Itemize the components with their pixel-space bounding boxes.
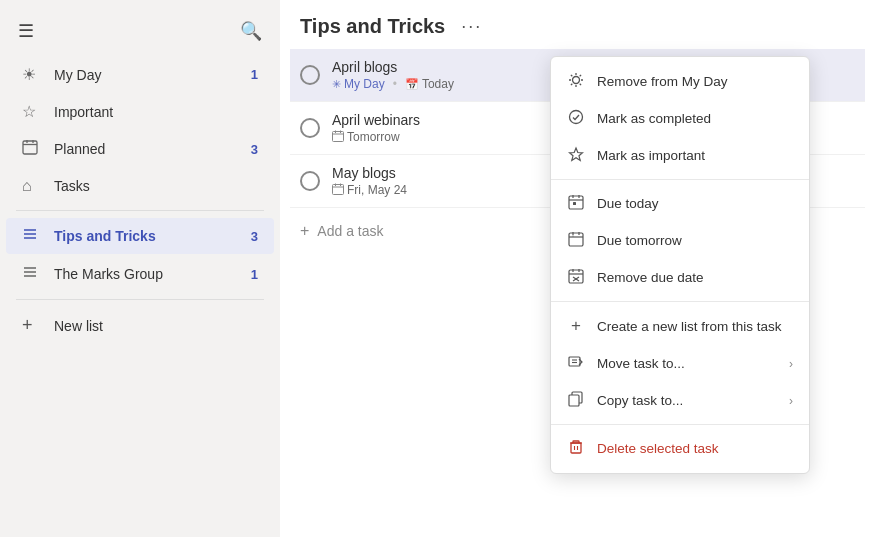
sidebar-item-the-marks-group[interactable]: The Marks Group 1 <box>6 256 274 292</box>
cal-icon <box>332 183 344 197</box>
context-menu-item-mark-completed[interactable]: Mark as completed <box>551 100 809 137</box>
context-menu-item-move-task[interactable]: Move task to... › <box>551 345 809 382</box>
context-menu-item-mark-important[interactable]: Mark as important <box>551 137 809 174</box>
sidebar-item-label: My Day <box>54 67 251 83</box>
copy-icon <box>567 391 585 410</box>
move-icon <box>567 354 585 373</box>
sidebar-item-important[interactable]: ☆ Important <box>6 94 274 129</box>
star-outline-icon <box>567 146 585 165</box>
task-meta: Fri, May 24 <box>332 183 407 197</box>
cal-icon <box>332 130 344 144</box>
context-menu-divider-3 <box>551 424 809 425</box>
sidebar-item-label: The Marks Group <box>54 266 251 282</box>
star-icon: ☆ <box>22 102 44 121</box>
context-menu-item-delete-task[interactable]: Delete selected task <box>551 430 809 467</box>
task-name: May blogs <box>332 165 407 181</box>
calendar-today-icon <box>567 194 585 213</box>
context-menu-item-copy-task[interactable]: Copy task to... › <box>551 382 809 419</box>
context-menu: Remove from My Day Mark as completed Mar… <box>550 56 810 474</box>
list-icon <box>22 226 44 246</box>
sidebar-item-badge: 3 <box>251 229 258 244</box>
context-menu-item-due-tomorrow[interactable]: Due tomorrow <box>551 222 809 259</box>
sun-asterisk-icon <box>567 72 585 91</box>
submenu-arrow-icon: › <box>789 394 793 408</box>
add-task-label: Add a task <box>317 223 383 239</box>
svg-rect-14 <box>333 185 344 195</box>
calendar-icon <box>22 139 44 159</box>
svg-rect-45 <box>569 357 580 366</box>
svg-rect-10 <box>333 132 344 142</box>
svg-line-26 <box>571 84 572 85</box>
page-title: Tips and Tricks <box>300 15 445 38</box>
list-icon-2 <box>22 264 44 284</box>
main-header: Tips and Tricks ··· <box>280 0 875 49</box>
task-date-label: Fri, May 24 <box>347 183 407 197</box>
task-checkbox[interactable] <box>300 65 320 85</box>
cal-icon: 📅 <box>405 78 419 91</box>
sidebar-item-badge: 1 <box>251 67 258 82</box>
task-date: 📅 Today <box>405 77 454 91</box>
svg-line-25 <box>580 75 581 76</box>
context-item-label: Delete selected task <box>597 441 793 456</box>
sidebar-nav: ☀ My Day 1 ☆ Important Planned 3 <box>0 56 280 345</box>
more-options-button[interactable]: ··· <box>455 14 488 39</box>
context-menu-divider-2 <box>551 301 809 302</box>
nav-divider-2 <box>16 299 264 300</box>
svg-rect-33 <box>573 202 576 205</box>
sidebar-item-tips-and-tricks[interactable]: Tips and Tricks 3 <box>6 218 274 254</box>
context-item-label: Remove from My Day <box>597 74 793 89</box>
context-item-label: Move task to... <box>597 356 777 371</box>
task-date: Fri, May 24 <box>332 183 407 197</box>
context-menu-item-remove-myday[interactable]: Remove from My Day <box>551 63 809 100</box>
task-name: April webinars <box>332 112 420 128</box>
menu-icon[interactable]: ☰ <box>16 18 36 44</box>
task-meta: Tomorrow <box>332 130 420 144</box>
context-item-label: Due today <box>597 196 793 211</box>
task-date-label: Tomorrow <box>347 130 400 144</box>
sun-small-icon: ✳ <box>332 78 341 91</box>
main-content: Tips and Tricks ··· April blogs ✳ My Day… <box>280 0 875 537</box>
check-circle-icon <box>567 109 585 128</box>
svg-rect-49 <box>569 395 579 406</box>
task-meta: ✳ My Day • 📅 Today <box>332 77 454 91</box>
tasks-icon: ⌂ <box>22 177 44 195</box>
svg-rect-50 <box>571 443 581 453</box>
context-menu-item-remove-due-date[interactable]: Remove due date <box>551 259 809 296</box>
context-item-label: Copy task to... <box>597 393 777 408</box>
calendar-remove-icon <box>567 268 585 287</box>
calendar-tomorrow-icon <box>567 231 585 250</box>
context-item-label: Mark as completed <box>597 111 793 126</box>
context-menu-divider <box>551 179 809 180</box>
svg-line-23 <box>571 75 572 76</box>
sidebar-item-planned[interactable]: Planned 3 <box>6 131 274 167</box>
plus-icon: + <box>22 315 44 336</box>
task-content: April blogs ✳ My Day • 📅 Today <box>332 59 454 91</box>
submenu-arrow-icon: › <box>789 357 793 371</box>
task-myday-label: My Day <box>344 77 385 91</box>
context-menu-item-due-today[interactable]: Due today <box>551 185 809 222</box>
sidebar: ☰ 🔍 ☀ My Day 1 ☆ Important Pl <box>0 0 280 537</box>
sidebar-item-tasks[interactable]: ⌂ Tasks <box>6 169 274 203</box>
sidebar-item-label: Important <box>54 104 258 120</box>
svg-point-18 <box>573 77 580 84</box>
context-item-label: Mark as important <box>597 148 793 163</box>
sun-icon: ☀ <box>22 65 44 84</box>
new-list-button[interactable]: + New list <box>6 307 274 344</box>
task-date: Tomorrow <box>332 130 400 144</box>
svg-rect-39 <box>569 270 583 283</box>
task-content: May blogs Fri, May 24 <box>332 165 407 197</box>
sidebar-top: ☰ 🔍 <box>0 10 280 56</box>
svg-rect-34 <box>569 233 583 246</box>
context-item-label: Remove due date <box>597 270 793 285</box>
svg-point-27 <box>570 111 583 124</box>
svg-rect-0 <box>23 141 37 154</box>
task-meta-sep: • <box>393 77 397 91</box>
task-checkbox[interactable] <box>300 171 320 191</box>
sidebar-item-label: Planned <box>54 141 251 157</box>
sidebar-item-my-day[interactable]: ☀ My Day 1 <box>6 57 274 92</box>
context-menu-item-create-new-list[interactable]: + Create a new list from this task <box>551 307 809 345</box>
task-content: April webinars Tomorrow <box>332 112 420 144</box>
task-checkbox[interactable] <box>300 118 320 138</box>
trash-icon <box>567 439 585 458</box>
search-icon[interactable]: 🔍 <box>238 18 264 44</box>
